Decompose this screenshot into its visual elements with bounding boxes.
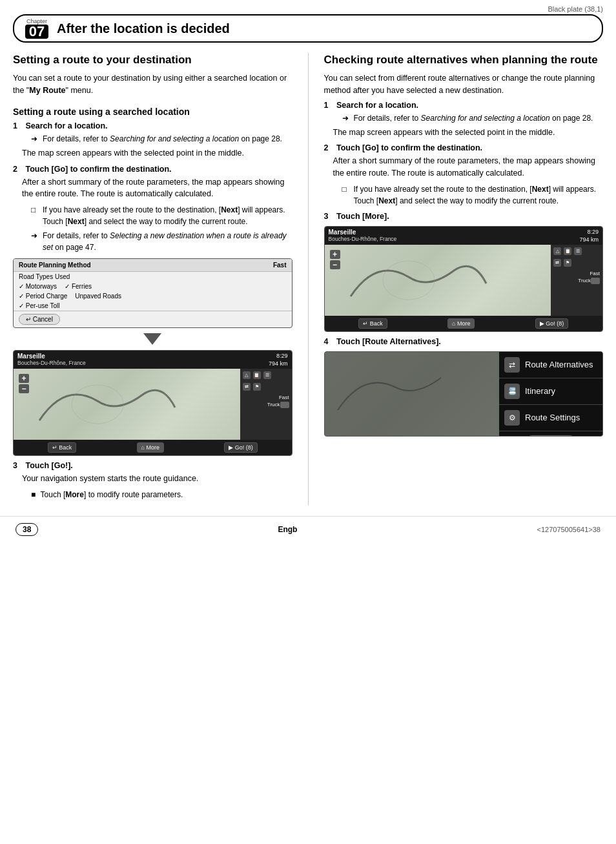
nav-side-icon-b-2: 📋: [564, 247, 571, 255]
mm-itinerary-item[interactable]: 📇 Itinerary: [499, 378, 602, 405]
rp-road-types-label: Road Types Used: [19, 273, 70, 280]
rp-ferries: ✓ Ferries: [65, 283, 92, 290]
rp-cancel-button[interactable]: ↵ Cancel: [19, 314, 60, 325]
nav-more-btn-1[interactable]: ⌂ More: [137, 442, 164, 453]
header-right-text: Black plate (38,1): [548, 5, 603, 13]
left-step-1-arrow: ➜ For details, refer to Searching for an…: [31, 133, 293, 145]
nav-side-icons-1: △ 📋 ☰: [243, 371, 289, 379]
mm-route-settings-item[interactable]: ⚙ Route Settings: [499, 405, 602, 431]
left-column: Setting a route to your destination You …: [13, 53, 309, 506]
rp-road-types-row: Road Types Used: [14, 272, 292, 282]
left-step-1: 1 Search for a location. ➜ For details, …: [13, 121, 293, 160]
nav-side-icons-2: △ 📋 ☰: [553, 247, 600, 255]
nav-map-area-1: + −: [14, 369, 240, 440]
mm-route-alternatives-item[interactable]: ⇄ Route Alternatives: [499, 352, 602, 378]
nav-screen-1: Marseille Bouches-Du-Rhône, France 8:29 …: [13, 350, 293, 456]
nav-side-icon-d-1: ⇄: [243, 383, 251, 391]
left-step-3-header: 3 Touch [Go!].: [13, 461, 293, 470]
rp-options-row3: ✓ Per-use Toll: [14, 301, 292, 311]
map-route-svg-1: [14, 369, 240, 440]
nav-time-1: 8:29: [276, 353, 288, 359]
nav-side-icon-a-2: △: [553, 247, 561, 255]
footer-code: <127075005641>38: [537, 526, 601, 533]
nav-distance-row-1: 794 km: [269, 360, 288, 367]
more-menu-layout: ⇄ Route Alternatives 📇 Itinerary ⚙ Route…: [325, 352, 603, 436]
right-step-4-label: Touch [Route Alternatives].: [336, 337, 441, 346]
nav-location-name-2: Marseille: [329, 229, 397, 236]
section1-title: Setting a route to your destination: [13, 53, 293, 67]
footer-language: Engb: [278, 525, 297, 534]
left-step-1-number: 1: [13, 121, 25, 130]
nav-more-btn-2[interactable]: ⌂ More: [447, 318, 475, 329]
right-step-4-number: 4: [324, 337, 336, 346]
right-column: Checking route alternatives when plannin…: [309, 53, 604, 506]
more-menu-panel: ⇄ Route Alternatives 📇 Itinerary ⚙ Route…: [499, 352, 602, 436]
chapter-number: 07: [25, 25, 48, 39]
nav-right-icons-1: 8:29 794 km: [269, 353, 288, 367]
nav-location-info-2: Marseille Bouches-Du-Rhône, France: [329, 229, 397, 243]
nav-screen-inner-1: + − △ 📋 ☰ ⇄: [14, 369, 292, 440]
right-step-1-label: Search for a location.: [336, 101, 418, 110]
left-step-3-bullet: ■ Touch [More] to modify route parameter…: [31, 489, 293, 500]
two-column-layout: Setting a route to your destination You …: [0, 43, 616, 506]
rp-cancel-label: ↵ Cancel: [26, 316, 53, 323]
right-step-4: 4 Touch [Route Alternatives].: [324, 337, 604, 346]
left-step-1-label: Search for a location.: [25, 121, 107, 130]
left-step-2-body: After a short summary of the route param…: [22, 176, 293, 201]
right-arrow-icon-1: ➜: [342, 112, 351, 124]
chapter-label-group: Chapter 07: [25, 18, 49, 39]
nav-label-truck-2: Truck: [578, 278, 591, 284]
nav-go-btn-1[interactable]: ▶ Go! (8): [224, 442, 258, 453]
chapter-banner: Chapter 07 After the location is decided: [13, 14, 603, 43]
right-step-2-square: □ If you have already set the route to t…: [342, 183, 604, 207]
rp-options-row2: ✓ Period Charge Unpaved Roads: [14, 291, 292, 301]
nav-label-truck-row-1: Truck: [243, 402, 289, 408]
nav-side-icon-a-1: △: [243, 371, 251, 379]
nav-label-truck-1: Truck: [267, 402, 280, 408]
nav-go-btn-2[interactable]: ▶ Go! (8): [535, 318, 569, 329]
nav-distance-2: 794 km: [579, 236, 599, 243]
right-step-1: 1 Search for a location. ➜ For details, …: [324, 101, 604, 139]
rp-fast: Fast: [273, 262, 287, 269]
nav-truck-icon-2: [591, 278, 600, 284]
nav-icon-row-1: 8:29: [269, 353, 288, 359]
nav-sidebar-2: △ 📋 ☰ ⇄ ⚑ Fast Truck: [551, 245, 602, 316]
section2-title: Setting a route using a searched locatio…: [13, 106, 293, 118]
nav-label-fast-2: Fast: [553, 271, 600, 276]
left-step-2: 2 Touch [Go] to confirm the destination.…: [13, 165, 293, 254]
rp-options-row1: ✓ Motorways ✓ Ferries: [14, 282, 292, 291]
map-route-svg-2: [325, 245, 551, 316]
nav-side-icon-b-1: 📋: [253, 371, 261, 379]
right-step-2-header: 2 Touch [Go] to confirm the destination.: [324, 143, 604, 152]
left-step-1-header: 1 Search for a location.: [13, 121, 293, 130]
rp-title: Route Planning Method: [19, 262, 91, 269]
route-planning-screen: Route Planning Method Fast Road Types Us…: [13, 258, 293, 328]
nav-right-icons-2: 8:29 794 km: [579, 229, 599, 243]
nav-top-bar-1: Marseille Bouches-Du-Rhône, France 8:29 …: [14, 351, 292, 369]
nav-sublocation-1: Bouches-Du-Rhône, France: [17, 360, 86, 366]
mm-close-row: ✔ Close: [499, 431, 602, 437]
arrow-icon: ➜: [31, 133, 40, 145]
mm-close-button[interactable]: ✔ Close: [526, 435, 576, 437]
nav-screen-2: Marseille Bouches-Du-Rhône, France 8:29 …: [324, 226, 604, 332]
nav-back-btn-1[interactable]: ↵ Back: [48, 442, 77, 453]
nav-label-fast-1: Fast: [243, 395, 289, 400]
left-step-2-number: 2: [13, 165, 25, 174]
right-step-3: 3 Touch [More].: [324, 212, 604, 221]
right-step-1-arrow: ➜ For details, refer to Searching for an…: [342, 112, 604, 124]
rp-unpaved-roads: Unpaved Roads: [75, 293, 121, 300]
mm-itinerary-label: Itinerary: [525, 386, 555, 396]
nav-side-icon-c-1: ☰: [263, 371, 271, 379]
rp-footer: ↵ Cancel: [14, 311, 292, 327]
nav-distance-row-2: 794 km: [579, 236, 599, 243]
nav-time-2: 8:29: [587, 229, 599, 235]
page-number: 38: [23, 525, 31, 534]
right-step-1-header: 1 Search for a location.: [324, 101, 604, 110]
page-header: Black plate (38,1): [0, 0, 616, 14]
nav-back-btn-2[interactable]: ↵ Back: [358, 318, 387, 329]
left-step-2-header: 2 Touch [Go] to confirm the destination.: [13, 165, 293, 174]
left-step-1-body: The map screen appears with the selected…: [22, 147, 293, 160]
chapter-title: After the location is decided: [57, 21, 591, 36]
section1-body: You can set a route to your destination …: [13, 72, 293, 97]
nav-distance-1: 794 km: [269, 360, 288, 367]
